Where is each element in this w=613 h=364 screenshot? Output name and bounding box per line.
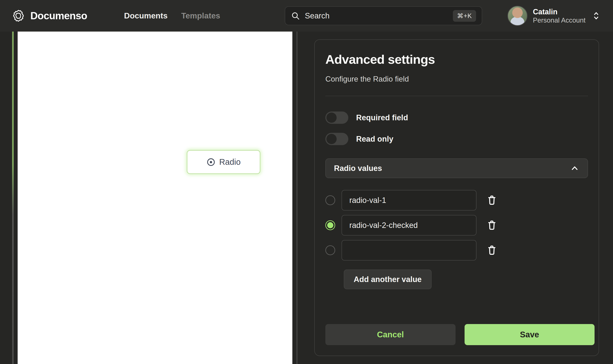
avatar [508,6,527,26]
document-viewer-divider [297,32,298,364]
documenso-logo-icon [12,9,25,22]
cancel-button[interactable]: Cancel [325,324,456,345]
radio-option-selector[interactable] [325,220,335,230]
required-field-switch[interactable] [325,112,348,124]
chevron-up-down-icon [592,11,600,21]
panel-subtitle: Configure the Radio field [325,75,595,83]
radio-value-input[interactable] [341,190,476,210]
account-name: Catalin [533,7,586,16]
radio-field-label: Radio [219,157,241,167]
app-root: Documenso Documents Templates ⌘+K Catali… [0,0,613,364]
delete-value-button[interactable] [486,244,497,256]
radio-option-selector[interactable] [325,195,335,205]
divider [325,96,588,96]
radio-circle-dot-icon [207,158,215,167]
brand-name: Documenso [30,10,87,22]
read-only-label: Read only [356,135,393,143]
account-type: Personal Account [533,16,586,24]
top-bar: Documenso Documents Templates ⌘+K Catali… [0,0,613,32]
save-button[interactable]: Save [465,324,595,345]
search-input[interactable] [305,12,448,20]
read-only-switch[interactable] [325,133,348,145]
nav-templates[interactable]: Templates [181,0,220,32]
trash-icon [486,194,497,206]
trash-icon [486,219,497,231]
radio-value-row [325,190,595,210]
radio-value-input[interactable] [341,215,476,235]
search-bar[interactable]: ⌘+K [285,6,482,25]
document-page [18,32,292,364]
switch-knob [326,134,337,144]
brand-logo-link[interactable]: Documenso [12,0,87,32]
search-icon [291,11,300,20]
trash-icon [486,244,497,256]
read-only-toggle-row[interactable]: Read only [325,132,595,146]
radio-option-selector[interactable] [325,245,335,255]
chevron-up-icon [570,164,579,173]
panel-title: Advanced settings [325,52,595,67]
radio-field-on-document[interactable]: Radio [187,150,260,174]
search-shortcut-badge: ⌘+K [453,10,476,22]
advanced-settings-panel: Advanced settings Configure the Radio fi… [314,39,599,356]
radio-value-row [325,240,595,260]
delete-value-button[interactable] [486,219,497,231]
account-menu-button[interactable]: Catalin Personal Account [508,0,600,32]
radio-values-label: Radio values [334,164,382,173]
required-field-label: Required field [356,113,408,122]
radio-values-section-toggle[interactable]: Radio values [325,158,588,178]
radio-value-row [325,215,595,235]
add-another-value-button[interactable]: Add another value [344,270,431,289]
document-scroll-indicator[interactable] [12,32,14,364]
radio-values-list [325,190,595,260]
required-field-toggle-row[interactable]: Required field [325,110,595,125]
radio-value-input[interactable] [341,240,476,260]
nav-documents[interactable]: Documents [124,0,168,32]
switch-knob [326,113,337,123]
delete-value-button[interactable] [486,194,497,206]
